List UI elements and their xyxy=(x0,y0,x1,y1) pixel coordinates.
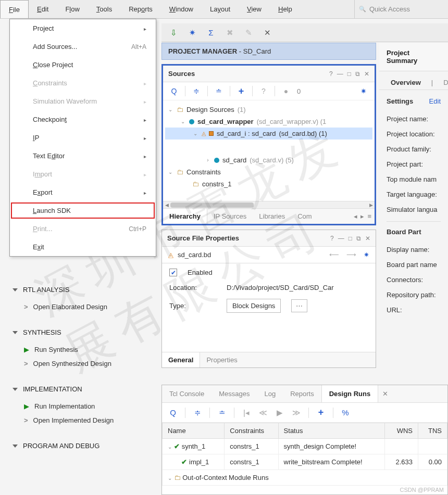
expand-icon[interactable]: ≐ xyxy=(217,408,227,417)
expander-icon[interactable]: ⌄ xyxy=(192,131,198,136)
prev-icon[interactable]: ≪ xyxy=(258,408,268,417)
percent-icon[interactable]: % xyxy=(341,408,350,417)
collapse-icon[interactable]: ≑ xyxy=(191,85,202,97)
forward-icon[interactable]: ⟶ xyxy=(346,251,356,259)
close-icon[interactable]: ✕ xyxy=(364,70,369,78)
expander-icon[interactable]: ⌄ xyxy=(180,119,186,124)
browse-button[interactable]: ⋯ xyxy=(291,299,307,312)
table-row[interactable]: ✔impl_1 constrs_1 write_bitstream Comple… xyxy=(163,454,447,470)
run-implementation[interactable]: ▶Run Implementation xyxy=(13,399,144,413)
file-launch-sdk[interactable]: Launch SDK xyxy=(10,201,156,220)
menu-layout[interactable]: Layout xyxy=(202,0,239,18)
tab-reports[interactable]: Reports xyxy=(283,385,321,402)
menu-edit[interactable]: Edit xyxy=(29,0,57,18)
search-icon[interactable]: Q xyxy=(168,85,180,97)
sigma-icon[interactable]: Σ xyxy=(206,28,216,37)
menu-tools[interactable]: Tools xyxy=(88,0,120,18)
menu-view[interactable]: View xyxy=(239,0,270,18)
tab-log[interactable]: Log xyxy=(257,385,283,402)
col-status[interactable]: Status xyxy=(278,423,385,439)
file-project[interactable]: Project xyxy=(10,19,156,37)
edit-link[interactable]: Edit xyxy=(429,97,441,105)
tab-messages[interactable]: Messages xyxy=(211,385,257,402)
file-ip[interactable]: IP xyxy=(10,129,156,147)
menu-reports[interactable]: Reports xyxy=(120,0,161,18)
col-constraints[interactable]: Constraints xyxy=(225,423,278,439)
file-export[interactable]: Export xyxy=(10,183,156,201)
run-synthesis[interactable]: ▶Run Synthesis xyxy=(13,342,144,357)
tree-item-selected[interactable]: ⌄◬sd_card_i : sd_card (sd_card.bd) (1) xyxy=(165,128,372,139)
file-close-project[interactable]: Close Project xyxy=(10,56,156,74)
maximize-icon[interactable]: ⧉ xyxy=(355,70,360,78)
section-title[interactable]: PROGRAM AND DEBUG xyxy=(13,442,144,450)
restore-icon[interactable]: □ xyxy=(347,70,351,78)
tab-general[interactable]: General xyxy=(162,352,200,367)
minimize-icon[interactable]: — xyxy=(338,235,344,242)
menu-icon[interactable]: ≡ xyxy=(367,212,371,220)
add-icon[interactable]: + xyxy=(235,85,247,97)
expander-icon[interactable]: ⌄ xyxy=(167,107,173,112)
help-icon[interactable]: ? xyxy=(329,70,333,78)
run-icon[interactable]: ▶ xyxy=(275,408,284,417)
file-add-sources[interactable]: Add Sources...Alt+A xyxy=(10,37,156,56)
chevron-left-icon[interactable]: ◂ xyxy=(354,212,357,220)
back-icon[interactable]: ⟵ xyxy=(329,251,339,259)
section-title[interactable]: SYNTHESIS xyxy=(13,328,144,336)
file-text-editor[interactable]: Text Editor xyxy=(10,147,156,165)
tab-compile[interactable]: Com xyxy=(291,209,318,224)
tab-libraries[interactable]: Libraries xyxy=(253,209,291,224)
expander-icon[interactable]: ⌄ xyxy=(167,169,173,175)
open-synthesized-design[interactable]: >Open Synthesized Design xyxy=(13,357,144,371)
quick-access-input[interactable]: Quick Access xyxy=(354,0,448,18)
add-icon[interactable]: + xyxy=(316,407,326,418)
tab-dashboard[interactable]: Das xyxy=(439,75,448,90)
gear-icon[interactable]: ✷ xyxy=(358,85,369,97)
menu-help[interactable]: Help xyxy=(270,0,301,18)
chevron-right-icon[interactable]: ▸ xyxy=(360,212,364,220)
expander-icon[interactable]: ⌄ xyxy=(168,444,172,450)
tab-tcl-console[interactable]: Tcl Console xyxy=(162,385,211,402)
col-wns[interactable]: WNS xyxy=(385,423,418,439)
horizontal-scrollbar[interactable]: ◀▶ xyxy=(163,201,375,208)
expander-icon[interactable]: › xyxy=(205,157,211,163)
menu-file[interactable]: File xyxy=(0,0,29,18)
collapse-icon[interactable]: ≑ xyxy=(193,408,202,417)
enabled-checkbox[interactable]: ✔ xyxy=(169,269,177,276)
close-tab-icon[interactable]: ✕ xyxy=(378,385,392,402)
table-row[interactable]: ⌄ 🗀 Out-of-Context Module Runs xyxy=(163,470,447,486)
restore-icon[interactable]: □ xyxy=(349,235,352,242)
expander-icon[interactable]: ⌄ xyxy=(168,475,172,481)
cancel-icon[interactable]: ✖ xyxy=(225,28,234,37)
open-implemented-design[interactable]: >Open Implemented Design xyxy=(13,413,144,427)
expand-icon[interactable]: ≐ xyxy=(213,85,225,97)
minimize-icon[interactable]: — xyxy=(337,70,343,78)
col-tns[interactable]: TNS xyxy=(418,423,447,439)
menu-flow[interactable]: Flow xyxy=(57,0,88,18)
settings-icon[interactable]: ✷ xyxy=(188,28,197,37)
file-exit[interactable]: Exit xyxy=(10,238,156,256)
type-field[interactable]: Block Designs xyxy=(227,299,281,313)
gear-icon[interactable]: ✷ xyxy=(364,251,369,259)
tab-ip-sources[interactable]: IP Sources xyxy=(207,209,253,224)
help-icon[interactable]: ? xyxy=(330,235,334,242)
section-title[interactable]: IMPLEMENTATION xyxy=(13,385,144,393)
no-connect-icon[interactable]: ✕ xyxy=(263,28,272,37)
tab-hierarchy[interactable]: Hierarchy xyxy=(163,209,207,224)
file-checkpoint[interactable]: Checkpoint xyxy=(10,110,156,129)
search-icon[interactable]: Q xyxy=(168,408,178,417)
first-icon[interactable]: |◂ xyxy=(242,408,251,417)
close-icon[interactable]: ✕ xyxy=(365,235,370,242)
tab-properties[interactable]: Properties xyxy=(200,352,243,367)
open-elaborated-design[interactable]: >Open Elaborated Design xyxy=(13,300,144,314)
menu-window[interactable]: Window xyxy=(161,0,202,18)
maximize-icon[interactable]: ⧉ xyxy=(356,235,361,242)
table-row[interactable]: ⌄ ✔synth_1 constrs_1 synth_design Comple… xyxy=(163,439,447,454)
run-icon[interactable]: ⇩ xyxy=(169,28,178,37)
tab-overview[interactable]: Overview xyxy=(387,75,425,90)
next-icon[interactable]: ≫ xyxy=(292,408,301,417)
section-title[interactable]: RTL ANALYSIS xyxy=(13,286,144,294)
tab-design-runs[interactable]: Design Runs xyxy=(321,385,378,402)
col-name[interactable]: Name xyxy=(163,423,225,439)
help2-icon[interactable]: ? xyxy=(258,85,269,97)
highlight-icon[interactable]: ✎ xyxy=(244,28,253,37)
